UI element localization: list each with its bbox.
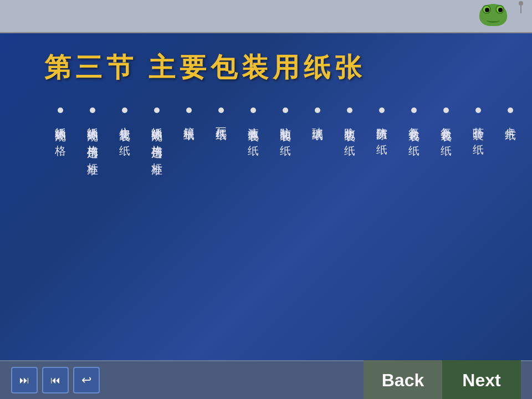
skip-end-button[interactable]: ⏭ [11, 367, 38, 393]
list-item: 防油包装 纸 [269, 108, 301, 137]
item-text: 防水包装 纸 [342, 119, 357, 137]
bullet-icon [122, 108, 127, 113]
bullet-icon [443, 108, 449, 113]
list-item: 纸张的规 格与选用 标准 [141, 108, 173, 156]
item-text: 防油包装 纸 [278, 119, 293, 137]
bottom-bar: ⏭ ⏮ ↩ Back Next [0, 360, 532, 399]
item-text: 瓦楞纸 [214, 119, 228, 122]
bullet-icon [58, 108, 63, 113]
bullet-icon [186, 108, 192, 113]
item-text: 卡片纸 [503, 119, 518, 122]
list-item: 纸张的规 格 [44, 108, 76, 137]
bullet-icon [379, 108, 385, 113]
list-item: 纸张的规 格与选用 标准 [76, 108, 109, 156]
item-text: 牛皮包装 纸 [117, 119, 132, 137]
bullet-icon [250, 108, 256, 113]
bullet-icon [90, 108, 95, 113]
main-content: 第三节 主要包装用纸张 纸张的规 格纸张的规 格与选用 标准牛皮包装 纸纸张的规… [0, 33, 532, 360]
replay-icon: ↩ [81, 373, 91, 387]
bullet-icon [154, 108, 160, 113]
top-bar [0, 0, 532, 33]
nav-buttons: Back Next [364, 360, 521, 400]
list-item: 防水包装 纸 [334, 108, 366, 137]
skip-start-icon: ⏮ [50, 375, 60, 386]
item-text: 复合包装 纸 [407, 119, 421, 137]
page-title: 第三节 主要包装用纸张 [44, 50, 504, 85]
bullet-icon [475, 108, 481, 113]
list-item: 卡片纸 [494, 108, 526, 122]
antenna-icon [515, 1, 526, 12]
bullet-icon [315, 108, 320, 113]
item-text: 茶叶袋 纸 [471, 119, 485, 136]
list-item: 牛皮包装 纸 [109, 108, 141, 137]
list-item: 茶叶袋 纸 [462, 108, 494, 136]
item-text: 纸张的规 格 [53, 119, 68, 137]
list-item: 液体包装 纸 [237, 108, 269, 137]
item-text: 液体包装 纸 [246, 119, 260, 137]
items-list: 纸张的规 格纸张的规 格与选用 标准牛皮包装 纸纸张的规 格与选用 标准箱板纸瓦… [44, 108, 504, 156]
frog-mascot [477, 1, 510, 32]
item-text: 纸张的规 格与选用 标准 [150, 119, 164, 156]
item-text: 防绣原 纸 [375, 119, 389, 136]
bullet-icon [347, 108, 352, 113]
list-item: 复合包装 纸 [430, 108, 462, 137]
skip-start-button[interactable]: ⏮ [42, 367, 69, 393]
next-button[interactable]: Next [442, 360, 521, 400]
item-text: 纸张的规 格与选用 标准 [85, 119, 100, 156]
list-item: 箱板纸 [173, 108, 205, 122]
bullet-icon [283, 108, 288, 113]
control-buttons: ⏭ ⏮ ↩ [11, 367, 100, 393]
bullet-icon [508, 108, 513, 113]
item-text: 箱板纸 [182, 119, 196, 122]
bullet-icon [218, 108, 224, 113]
item-text: 复合包装 纸 [439, 119, 453, 137]
list-item: 瓦楞纸 [205, 108, 237, 122]
list-item: 防绣原 纸 [366, 108, 398, 136]
replay-button[interactable]: ↩ [73, 367, 100, 393]
back-button[interactable]: Back [364, 360, 442, 400]
bullet-icon [411, 108, 417, 113]
skip-end-icon: ⏭ [19, 375, 29, 386]
list-item: 复合包装 纸 [398, 108, 430, 137]
list-item: 玻璃纸 [301, 108, 334, 122]
item-text: 玻璃纸 [310, 119, 325, 122]
